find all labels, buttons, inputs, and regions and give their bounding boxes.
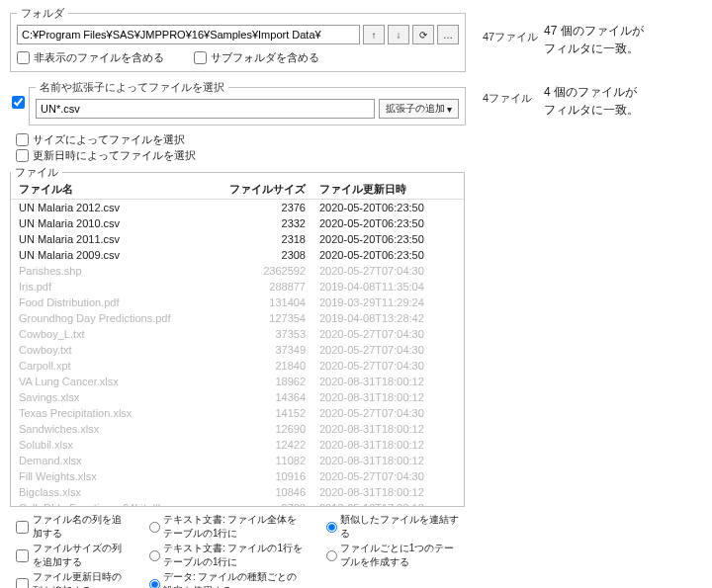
files-legend: ファイル xyxy=(11,165,62,180)
include-subfolders-box[interactable] xyxy=(194,51,207,64)
include-hidden-label: 非表示のファイルを含める xyxy=(34,50,164,65)
table-row[interactable]: Texas Precipitation.xlsx141522020-05-27T… xyxy=(11,405,464,421)
filter-input[interactable] xyxy=(36,99,375,119)
file-list-body[interactable]: UN Malaria 2012.csv23762020-05-20T06:23:… xyxy=(11,200,464,506)
table-row[interactable]: Carpoll.xpt218402020-05-27T07:04:30 xyxy=(11,358,464,374)
table-row[interactable]: UN Malaria 2009.csv23082020-05-20T06:23:… xyxy=(11,247,464,263)
filter-group: 名前や拡張子によってファイルを選択 拡張子の追加 ▾ xyxy=(29,80,466,126)
filter-by-date-label: 更新日時によってファイルを選択 xyxy=(33,148,196,163)
filter-enable-checkbox[interactable] xyxy=(12,96,25,109)
table-row[interactable]: Parishes.shp23625922020-05-27T07:04:30 xyxy=(11,263,464,279)
bottom-opt[interactable]: ファイルサイズの列を追加する xyxy=(16,542,130,569)
include-subfolders-checkbox[interactable]: サブフォルダを含める xyxy=(194,50,319,65)
chevron-down-icon: ▾ xyxy=(447,104,452,115)
file-list-header: ファイル名 ファイルサイズ ファイル更新日時 xyxy=(11,180,464,200)
bottom-opt[interactable]: ファイル名の列を追加する xyxy=(16,513,130,541)
col-size-header[interactable]: ファイルサイズ xyxy=(224,182,313,197)
include-subfolders-label: サブフォルダを含める xyxy=(211,50,319,65)
folder-legend: フォルダ xyxy=(17,6,68,21)
folder-file-count: 47ファイル xyxy=(483,30,538,44)
table-row[interactable]: Bigclass.xlsx108462020-08-31T18:00:12 xyxy=(11,484,464,500)
table-row[interactable]: Iris.pdf2888772019-04-08T11:35:04 xyxy=(11,279,464,294)
include-hidden-box[interactable] xyxy=(17,51,30,64)
table-row[interactable]: Groundhog Day Predictions.pdf1273542019-… xyxy=(11,310,464,326)
up-icon[interactable]: ↑ xyxy=(363,25,385,44)
filter-by-date-box[interactable] xyxy=(16,149,29,162)
include-hidden-checkbox[interactable]: 非表示のファイルを含める xyxy=(17,50,164,65)
add-extension-button[interactable]: 拡張子の追加 ▾ xyxy=(379,99,459,119)
table-row[interactable]: UN Malaria 2011.csv23182020-05-20T06:23:… xyxy=(11,231,464,247)
table-row[interactable]: UN Malaria 2012.csv23762020-05-20T06:23:… xyxy=(11,200,464,215)
bottom-opt[interactable]: テキスト文書: ファイルの1行をテーブルの1行に xyxy=(149,542,307,569)
bottom-opt[interactable]: 類似したファイルを連結する xyxy=(326,513,462,541)
table-row[interactable]: Fill Weights.xlsx109162020-05-27T07:04:3… xyxy=(11,468,464,484)
bottom-opt[interactable]: ファイル更新日時の列を追加する xyxy=(16,570,130,588)
col-date-header[interactable]: ファイル更新日時 xyxy=(313,182,462,197)
col-name-header[interactable]: ファイル名 xyxy=(13,182,224,197)
refresh-icon[interactable]: ⟳ xyxy=(412,25,434,44)
table-row[interactable]: VA Lung Cancer.xlsx189622020-08-31T18:00… xyxy=(11,374,464,389)
folder-group: フォルダ ↑ ↓ ⟳ … 非表示のファイルを含める サブフォルダを含める xyxy=(10,6,466,72)
note-folder-match: 47 個のファイルがフィルタに一致。 xyxy=(544,22,644,57)
filter-by-size-checkbox[interactable]: サイズによってファイルを選択 xyxy=(16,132,470,147)
filter-by-date-checkbox[interactable]: 更新日時によってファイルを選択 xyxy=(16,148,470,163)
filter-by-size-label: サイズによってファイルを選択 xyxy=(33,132,185,147)
folder-path-input[interactable] xyxy=(17,25,360,44)
filter-by-size-box[interactable] xyxy=(16,133,29,146)
table-row[interactable]: Solubil.xlsx124222020-08-31T18:00:12 xyxy=(11,437,464,453)
table-row[interactable]: Cowboy_L.txt373532020-05-27T07:04:30 xyxy=(11,326,464,342)
add-extension-label: 拡張子の追加 xyxy=(386,102,445,116)
table-row[interactable]: Call_DLL_Functions_64bit.dll97282013-05-… xyxy=(11,500,464,506)
table-row[interactable]: Food Distribution.pdf1314042019-03-29T11… xyxy=(11,294,464,310)
note-filter-match: 4 個のファイルがフィルタに一致。 xyxy=(544,83,639,119)
table-row[interactable]: Demand.xlsx110822020-08-31T18:00:12 xyxy=(11,453,464,468)
bottom-opt[interactable]: ファイルごとに1つのテーブルを作成する xyxy=(326,542,462,569)
down-icon[interactable]: ↓ xyxy=(388,25,409,44)
bottom-opt[interactable]: データ: ファイルの種類ごとの設定を使用する xyxy=(149,570,307,588)
table-row[interactable]: Cowboy.txt373492020-05-27T07:04:30 xyxy=(11,342,464,358)
browse-icon[interactable]: … xyxy=(437,25,459,44)
filter-legend: 名前や拡張子によってファイルを選択 xyxy=(36,80,228,95)
table-row[interactable]: Sandwiches.xlsx126902020-08-31T18:00:12 xyxy=(11,421,464,437)
files-group: ファイル ファイル名 ファイルサイズ ファイル更新日時 UN Malaria 2… xyxy=(10,165,465,507)
bottom-options: ファイル名の列を追加するファイルサイズの列を追加するファイル更新日時の列を追加す… xyxy=(16,513,462,588)
filter-file-count: 4ファイル xyxy=(483,91,532,106)
table-row[interactable]: UN Malaria 2010.csv23322020-05-20T06:23:… xyxy=(11,215,464,231)
bottom-opt[interactable]: テキスト文書: ファイル全体をテーブルの1行に xyxy=(149,513,307,541)
table-row[interactable]: Savings.xlsx143642020-08-31T18:00:12 xyxy=(11,389,464,405)
